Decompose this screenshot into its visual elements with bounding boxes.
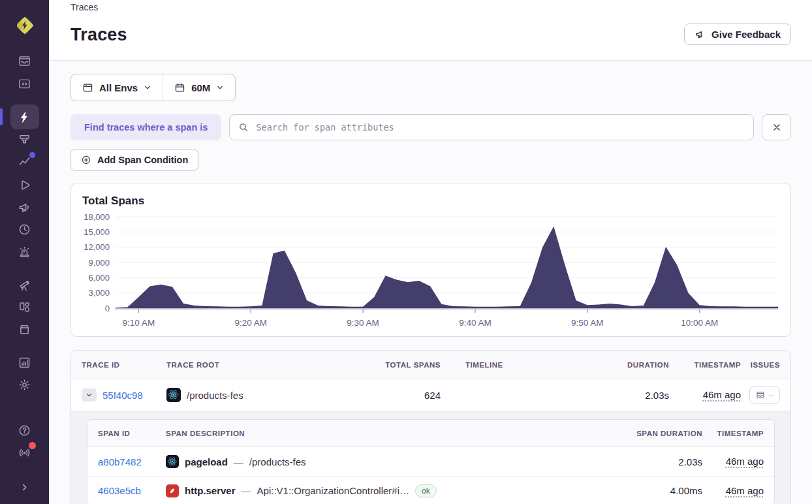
sidebar-item-settings[interactable] (10, 373, 39, 396)
sidebar-item-whats-new[interactable] (10, 441, 39, 464)
column-duration: DURATION (610, 361, 669, 369)
svg-text:0: 0 (105, 304, 110, 313)
svg-text:9:30 AM: 9:30 AM (347, 318, 379, 328)
dashboards-icon (18, 300, 31, 314)
column-span-description: SPAN DESCRIPTION (166, 430, 457, 437)
clock-icon (18, 223, 31, 236)
span-attributes-search-input[interactable] (255, 121, 745, 133)
search-icon (238, 122, 249, 133)
page-header: Traces Traces Give Feedback (49, 0, 812, 61)
svg-text:12,000: 12,000 (84, 242, 110, 252)
svg-text:9:40 AM: 9:40 AM (459, 318, 492, 328)
issues-icon (18, 54, 31, 68)
sidebar-collapse-button[interactable] (10, 476, 39, 498)
span-duration: 2.03s (611, 456, 702, 467)
chevron-down-icon (86, 391, 93, 399)
span-duration: 4.00ms (611, 485, 702, 496)
insights-notification-dot (29, 152, 35, 158)
sidebar-item-help[interactable] (10, 419, 39, 441)
column-trace-root: TRACE ROOT (166, 361, 362, 369)
span-row: 4603e5cb http.server — Api::V1::Organiza… (87, 476, 774, 504)
sidebar-item-projects[interactable] (10, 72, 39, 95)
total-spans-chart: 03,0006,0009,00012,00015,00018,0009:10 A… (82, 211, 779, 332)
total-spans-panel: Total Spans 03,0006,0009,00012,00015,000… (70, 183, 791, 337)
total-spans-value: 624 (362, 390, 441, 401)
span-description: /products-fes (249, 456, 306, 467)
svg-text:9:50 AM: 9:50 AM (571, 318, 604, 328)
span-timestamp[interactable]: 46m ago (726, 456, 764, 467)
sidebar-item-discover[interactable] (10, 274, 39, 296)
archive-box-icon (18, 323, 31, 336)
sidebar-item-profiling[interactable] (10, 128, 39, 150)
sidebar-item-dashboards[interactable] (10, 296, 39, 318)
siren-icon (18, 245, 31, 259)
svg-text:9,000: 9,000 (88, 258, 110, 268)
environment-filter[interactable]: All Envs (71, 74, 163, 101)
close-icon (772, 122, 782, 133)
where-label: Find traces where a span is (70, 114, 221, 140)
window-icon (82, 82, 93, 93)
column-trace-id: TRACE ID (82, 361, 166, 369)
svg-text:3,000: 3,000 (88, 288, 110, 298)
whats-new-notification-dot (29, 442, 36, 449)
spans-table-header: SPAN ID SPAN DESCRIPTION SPAN DURATION T… (87, 420, 774, 447)
sidebar-item-feedback[interactable] (10, 196, 39, 218)
trace-duration: 2.03s (610, 390, 669, 401)
svg-text:9:20 AM: 9:20 AM (234, 318, 267, 328)
sidebar-item-releases[interactable] (10, 318, 39, 340)
separator: — (242, 485, 251, 496)
add-span-condition-button[interactable]: Add Span Condition (70, 149, 198, 171)
span-status-badge: ok (415, 484, 437, 497)
sidebar-footer (0, 419, 49, 504)
give-feedback-button[interactable]: Give Feedback (684, 24, 791, 45)
column-timestamp: TIMESTAMP (669, 361, 741, 369)
help-icon (18, 424, 31, 437)
spans-table: SPAN ID SPAN DESCRIPTION SPAN DURATION T… (87, 419, 775, 504)
trace-timestamp[interactable]: 46m ago (703, 389, 741, 400)
column-timeline: TIMELINE (441, 361, 610, 369)
sidebar-item-traces[interactable] (10, 104, 39, 129)
collapse-trace-button[interactable] (82, 388, 97, 402)
span-description: Api::V1::OrganizationController#i… (257, 485, 409, 496)
add-span-condition-label: Add Span Condition (97, 155, 188, 165)
query-builder: Find traces where a span is (70, 114, 791, 140)
column-total-spans: TOTAL SPANS (362, 361, 441, 369)
sidebar-item-stats[interactable] (10, 351, 39, 373)
sidebar-item-issues[interactable] (10, 50, 39, 72)
trace-issues-button[interactable]: – (749, 386, 780, 404)
clear-search-button[interactable] (762, 114, 791, 140)
chevron-down-icon (216, 84, 224, 91)
chart-title: Total Spans (82, 195, 780, 208)
ruby-platform-icon (166, 484, 179, 497)
sidebar-item-crons[interactable] (10, 218, 39, 240)
span-id-link[interactable]: a80b7482 (98, 456, 166, 467)
sentry-logo-icon (13, 14, 37, 37)
sentry-logo[interactable] (12, 13, 37, 38)
give-feedback-label: Give Feedback (711, 29, 781, 40)
content: All Envs 60M Find traces where a span is (49, 61, 812, 504)
column-issues: ISSUES (741, 361, 780, 369)
svg-text:10:00 AM: 10:00 AM (681, 318, 718, 328)
sidebar-item-alerts[interactable] (10, 240, 39, 262)
lightning-icon (18, 110, 31, 124)
column-span-timestamp: TIMESTAMP (702, 430, 764, 437)
filter-bar: All Envs 60M (70, 74, 236, 101)
page-title: Traces (70, 25, 791, 45)
time-period-label: 60M (191, 82, 210, 93)
span-timestamp[interactable]: 46m ago (726, 485, 764, 496)
trace-id-link[interactable]: 55f40c98 (102, 390, 143, 401)
svg-text:15,000: 15,000 (84, 227, 110, 237)
environment-filter-label: All Envs (99, 82, 138, 93)
react-platform-icon (166, 455, 179, 468)
megaphone-icon (18, 200, 31, 214)
bar-chart-icon (18, 356, 31, 370)
profiling-icon (18, 133, 31, 146)
sidebar-item-insights[interactable] (10, 150, 39, 172)
breadcrumb[interactable]: Traces (70, 2, 791, 12)
main-area: Traces Traces Give Feedback All Envs (49, 0, 812, 504)
calendar-icon (174, 82, 185, 93)
time-period-filter[interactable]: 60M (163, 74, 235, 101)
svg-text:6,000: 6,000 (88, 273, 110, 283)
span-id-link[interactable]: 4603e5cb (98, 485, 166, 496)
sidebar-item-replays[interactable] (10, 174, 39, 196)
